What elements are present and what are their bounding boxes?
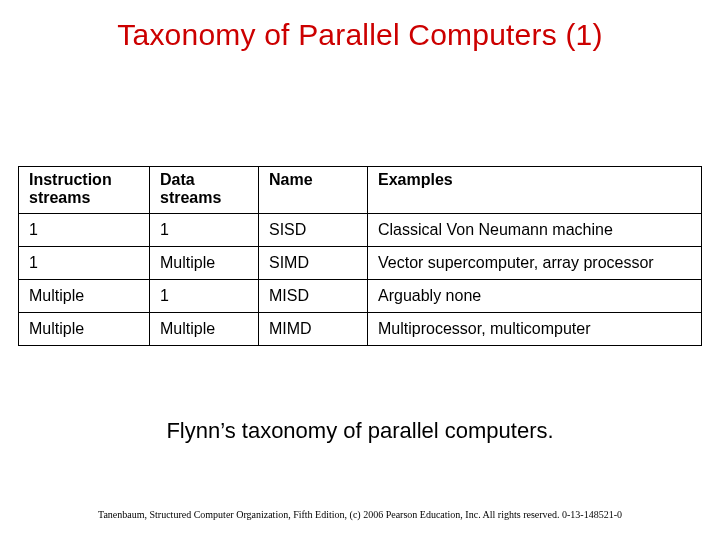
cell-examples: Multiprocessor, multicomputer xyxy=(368,312,702,345)
table-row: Multiple 1 MISD Arguably none xyxy=(19,279,702,312)
table-header-row: Instructionstreams Datastreams Name Exam… xyxy=(19,167,702,214)
cell-instruction: 1 xyxy=(19,213,150,246)
cell-data: Multiple xyxy=(150,312,259,345)
table-row: Multiple Multiple MIMD Multiprocessor, m… xyxy=(19,312,702,345)
cell-name: SIMD xyxy=(259,246,368,279)
cell-name: MIMD xyxy=(259,312,368,345)
caption: Flynn’s taxonomy of parallel computers. xyxy=(0,418,720,444)
slide: Taxonomy of Parallel Computers (1) Instr… xyxy=(0,0,720,540)
header-examples: Examples xyxy=(368,167,702,214)
cell-name: MISD xyxy=(259,279,368,312)
cell-examples: Arguably none xyxy=(368,279,702,312)
cell-name: SISD xyxy=(259,213,368,246)
cell-data: 1 xyxy=(150,213,259,246)
table-row: 1 Multiple SIMD Vector supercomputer, ar… xyxy=(19,246,702,279)
page-title: Taxonomy of Parallel Computers (1) xyxy=(0,18,720,52)
cell-instruction: 1 xyxy=(19,246,150,279)
flynn-table: Instructionstreams Datastreams Name Exam… xyxy=(18,166,702,346)
flynn-table-container: Instructionstreams Datastreams Name Exam… xyxy=(18,166,702,346)
cell-examples: Classical Von Neumann machine xyxy=(368,213,702,246)
header-instruction-streams: Instructionstreams xyxy=(19,167,150,214)
cell-examples: Vector supercomputer, array processor xyxy=(368,246,702,279)
footer-citation: Tanenbaum, Structured Computer Organizat… xyxy=(0,509,720,520)
cell-instruction: Multiple xyxy=(19,279,150,312)
cell-instruction: Multiple xyxy=(19,312,150,345)
cell-data: Multiple xyxy=(150,246,259,279)
cell-data: 1 xyxy=(150,279,259,312)
header-name: Name xyxy=(259,167,368,214)
header-data-streams: Datastreams xyxy=(150,167,259,214)
table-row: 1 1 SISD Classical Von Neumann machine xyxy=(19,213,702,246)
